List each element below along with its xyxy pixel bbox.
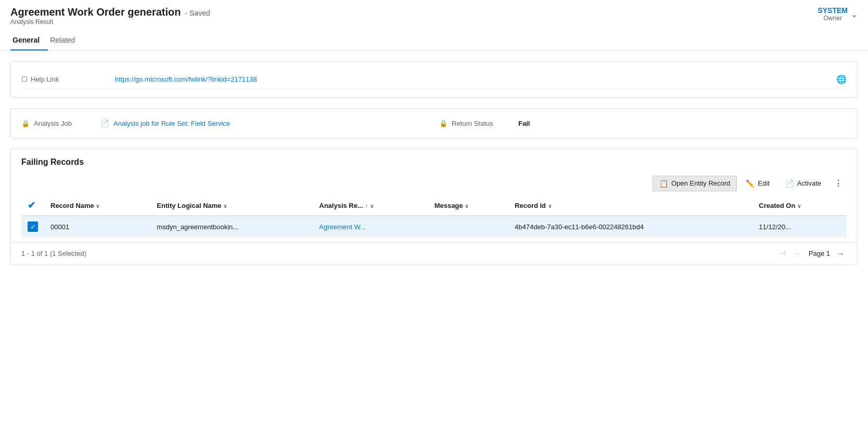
more-options-button[interactable]: ⋮ — [830, 175, 847, 191]
col-record-id[interactable]: Record Id ∨ — [508, 195, 752, 216]
help-link-label: ☐ Help Link — [21, 75, 115, 83]
failing-records-title: Failing Records — [21, 158, 84, 166]
owner-block: SYSTEM Owner — [818, 6, 848, 22]
tab-general[interactable]: General — [10, 32, 48, 50]
sort-message-icon: ∨ — [465, 203, 468, 209]
page-info: 1 - 1 of 1 (1 Selected) — [21, 250, 86, 257]
col-analysis-re[interactable]: Analysis Re... ↑ ∨ — [313, 195, 428, 216]
failing-records-card: Failing Records 📋 Open Entity Record ✏️ … — [10, 149, 858, 265]
table-header-row: ✔ Record Name ∨ Entity Logical Name ∨ — [21, 195, 847, 216]
sort-created-on-icon: ∨ — [797, 203, 801, 209]
edit-icon: ✏️ — [746, 179, 755, 188]
row-checkbox[interactable]: ✓ — [28, 221, 38, 232]
prev-page-button[interactable]: ← — [792, 248, 805, 259]
sort-record-id-icon: ∨ — [548, 203, 552, 209]
title-area: Agreement Work Order generation - Saved … — [10, 6, 210, 30]
page-nav: ⊣ ← Page 1 → — [776, 247, 847, 259]
row-record-id: 4b474deb-7a30-ec11-b6e6-002248261bd4 — [508, 216, 752, 238]
help-link-card: ☐ Help Link https://go.microsoft.com/fwl… — [10, 61, 858, 98]
table-row: ✓00001msdyn_agreementbookin...Agreement … — [21, 216, 847, 238]
header: Agreement Work Order generation - Saved … — [0, 0, 868, 51]
doc-icon: 📄 — [100, 119, 109, 127]
tabs: General Related — [10, 32, 858, 50]
row-message — [428, 216, 508, 238]
edit-button[interactable]: ✏️ Edit — [739, 176, 776, 191]
page-container: Agreement Work Order generation - Saved … — [0, 0, 868, 432]
activate-icon: 📄 — [785, 179, 794, 188]
sort-analysis-asc-icon: ↑ — [365, 203, 368, 209]
help-link-row: ☐ Help Link https://go.microsoft.com/fwl… — [21, 70, 847, 89]
globe-icon: 🌐 — [836, 74, 847, 84]
analysis-job-value[interactable]: Analysis job for Rule Set: Field Service — [113, 120, 230, 127]
col-message[interactable]: Message ∨ — [428, 195, 508, 216]
select-all-header[interactable]: ✔ — [21, 195, 44, 216]
row-checkbox-cell[interactable]: ✓ — [21, 216, 44, 238]
row-record-name: 00001 — [44, 216, 150, 238]
table-container: ✔ Record Name ∨ Entity Logical Name ∨ — [11, 195, 857, 238]
col-created-on[interactable]: Created On ∨ — [752, 195, 847, 216]
page-label: Page 1 — [809, 250, 830, 257]
failing-records-table: ✔ Record Name ∨ Entity Logical Name ∨ — [21, 195, 847, 238]
page-title: Agreement Work Order generation — [10, 6, 181, 18]
return-status-label: Return Status — [452, 120, 514, 127]
chevron-down-icon: ⌄ — [851, 9, 858, 19]
analysis-job-field: 🔒 Analysis Job 📄 Analysis job for Rule S… — [21, 119, 429, 127]
check-all-icon: ✔ — [28, 200, 35, 211]
return-status-field: 🔒 Return Status Fail — [439, 119, 847, 127]
tab-related[interactable]: Related — [48, 32, 83, 50]
pagination: 1 - 1 of 1 (1 Selected) ⊣ ← Page 1 → — [11, 242, 857, 265]
open-entity-record-button[interactable]: 📋 Open Entity Record — [653, 176, 737, 191]
main-content: ☐ Help Link https://go.microsoft.com/fwl… — [0, 51, 868, 432]
col-entity-logical-name[interactable]: Entity Logical Name ∨ — [150, 195, 313, 216]
row-analysis-re[interactable]: Agreement W... — [313, 216, 428, 238]
sort-analysis-desc-icon: ∨ — [370, 203, 374, 209]
subtitle: Analysis Result — [10, 18, 210, 25]
analysis-job-label: Analysis Job — [34, 120, 96, 127]
saved-badge: - Saved — [185, 9, 210, 17]
owner-role: Owner — [818, 15, 848, 22]
owner-name: SYSTEM — [818, 6, 848, 15]
analysis-re-link[interactable]: Agreement W... — [319, 223, 366, 231]
help-link-value[interactable]: https://go.microsoft.com/fwlink/?linkid=… — [115, 75, 257, 83]
checkbox-icon: ☐ — [21, 75, 28, 83]
row-entity-logical-name: msdyn_agreementbookin... — [150, 216, 313, 238]
analysis-card: 🔒 Analysis Job 📄 Analysis job for Rule S… — [10, 108, 858, 138]
lock-icon-job: 🔒 — [21, 120, 30, 127]
failing-records-header: Failing Records — [11, 149, 857, 171]
lock-icon-status: 🔒 — [439, 120, 448, 127]
toolbar: 📋 Open Entity Record ✏️ Edit 📄 Activate … — [11, 171, 857, 195]
next-page-button[interactable]: → — [834, 248, 847, 259]
analysis-grid: 🔒 Analysis Job 📄 Analysis job for Rule S… — [21, 119, 847, 127]
sort-entity-icon: ∨ — [223, 203, 227, 209]
col-record-name[interactable]: Record Name ∨ — [44, 195, 150, 216]
first-page-button[interactable]: ⊣ — [776, 247, 788, 259]
open-entity-icon: 📋 — [659, 179, 668, 188]
sort-record-name-icon: ∨ — [96, 203, 99, 209]
owner-area[interactable]: SYSTEM Owner ⌄ — [818, 6, 858, 22]
return-status-value: Fail — [518, 120, 530, 127]
activate-button[interactable]: 📄 Activate — [778, 176, 828, 191]
row-created-on: 11/12/20... — [752, 216, 847, 238]
